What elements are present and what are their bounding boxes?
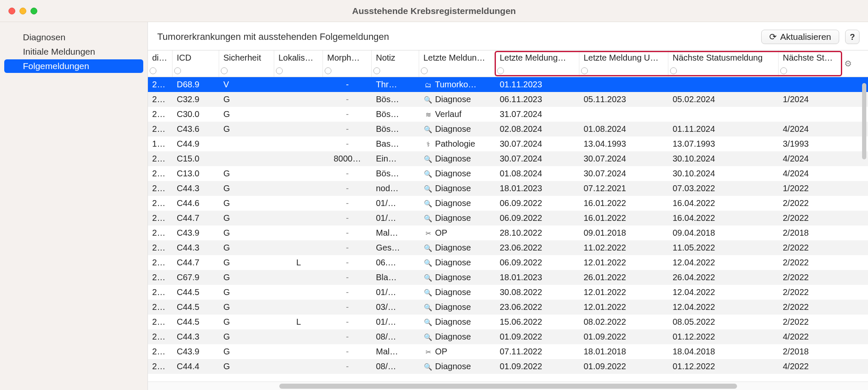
cell-icd: C13.0 — [172, 169, 219, 178]
sidebar-item-0[interactable]: Diagnosen — [4, 31, 143, 44]
cell-sich: G — [219, 184, 274, 193]
cell-nsm: 11.05.2022 — [668, 243, 779, 253]
column-filter-icon[interactable] — [150, 67, 156, 74]
table-row[interactable]: 20…C44.5G-01/…🔍 Diagnose30.08.202212.01.… — [148, 285, 868, 300]
table-row[interactable]: 20…C44.5GL-01/…🔍 Diagnose15.06.202208.02… — [148, 315, 868, 329]
cell-letz: 🔍 Diagnose — [419, 258, 495, 267]
cell-icd: C44.3 — [172, 184, 219, 193]
cell-notiz: nod… — [372, 184, 419, 193]
cell-morph: - — [323, 347, 372, 357]
column-header-lmu[interactable]: Letzte Meldung U… — [579, 50, 668, 77]
cell-icd: C44.7 — [172, 258, 219, 267]
minimize-window-button[interactable] — [19, 8, 26, 14]
vertical-scrollbar-thumb[interactable] — [862, 83, 866, 159]
table-row[interactable]: 20…C44.6G-01/…🔍 Diagnose06.09.202216.01.… — [148, 196, 868, 211]
close-window-button[interactable] — [8, 8, 15, 14]
cell-dia: 20… — [148, 302, 172, 312]
cell-icd: C67.9 — [172, 273, 219, 282]
column-header-dia[interactable]: dia… — [148, 50, 172, 77]
column-header-notiz[interactable]: Notiz — [372, 50, 419, 77]
table-row[interactable]: 20…C43.9G-Mal…✂ OP28.10.202209.01.201809… — [148, 226, 868, 240]
column-filter-icon[interactable] — [373, 67, 380, 74]
cell-icd: C44.3 — [172, 332, 219, 342]
column-header-nst[interactable]: Nächste St… — [779, 50, 841, 77]
cell-letz: 🔍 Diagnose — [419, 184, 495, 193]
table-row[interactable]: 20…C44.5G-03/…🔍 Diagnose23.06.202212.01.… — [148, 300, 868, 315]
column-filter-icon[interactable] — [325, 67, 331, 74]
table-row[interactable]: 20…C43.9G-Mal…✂ OP07.11.202218.01.201818… — [148, 344, 868, 359]
column-filter-icon[interactable] — [276, 67, 283, 74]
table-row[interactable]: 20…C30.0G-Bös…≋ Verlauf31.07.2024 — [148, 107, 868, 122]
table-row[interactable]: 20…C44.4G-08/…🔍 Diagnose01.09.202201.09.… — [148, 359, 868, 374]
table-row[interactable]: 20…D68.9V-Thr…🗂 Tumorko…01.11.2023 — [148, 77, 868, 92]
table-row[interactable]: 20…C44.7G-01/…🔍 Diagnose06.09.202216.01.… — [148, 211, 868, 226]
column-filter-icon[interactable] — [174, 67, 181, 74]
cell-lmu: 12.01.2022 — [579, 258, 668, 267]
cell-icd: C44.5 — [172, 317, 219, 327]
cell-sich: G — [219, 243, 274, 253]
horizontal-scrollbar-thumb[interactable] — [279, 384, 737, 389]
column-filter-icon[interactable] — [497, 67, 504, 74]
cell-sich: G — [219, 124, 274, 134]
column-header-lokal[interactable]: Lokalis… — [274, 50, 323, 77]
columns-settings-icon[interactable]: ⚙ — [841, 50, 855, 77]
zoom-window-button[interactable] — [31, 8, 37, 14]
cell-notiz: Bös… — [372, 109, 419, 119]
meldung-type-icon: 🔍 — [423, 185, 433, 193]
help-button[interactable]: ? — [845, 30, 860, 44]
cell-dia: 20… — [148, 347, 172, 357]
column-header-icd[interactable]: ICD — [172, 50, 219, 77]
cell-morph: - — [323, 95, 372, 104]
cell-lmu: 18.01.2018 — [579, 347, 668, 357]
cell-notiz: 01/… — [372, 287, 419, 297]
column-filter-icon[interactable] — [221, 67, 228, 74]
cell-dia: 20… — [148, 80, 172, 89]
table-row[interactable]: 20…C44.7GL-06.…🔍 Diagnose06.09.202212.01… — [148, 255, 868, 270]
column-header-label: Nächste St… — [783, 53, 837, 63]
cell-nst: 4/2022 — [779, 362, 841, 371]
column-header-nsm[interactable]: Nächste Statusmeldung — [668, 50, 779, 77]
cell-sich: G — [219, 169, 274, 178]
cell-lmd: 01.11.2023 — [495, 80, 579, 89]
column-header-letz[interactable]: Letzte Meldun… — [419, 50, 495, 77]
table-row[interactable]: 19…C44.9-Bas…⚕ Pathologie30.07.202413.04… — [148, 136, 868, 151]
column-header-morph[interactable]: Morph… — [323, 50, 372, 77]
column-filter-icon[interactable] — [670, 67, 677, 74]
cell-letz: 🔍 Diagnose — [419, 332, 495, 342]
sidebar-item-1[interactable]: Initiale Meldungen — [4, 45, 143, 58]
column-filter-icon[interactable] — [581, 67, 588, 74]
cell-sich: G — [219, 228, 274, 238]
cell-lmd: 30.07.2024 — [495, 154, 579, 164]
table-row[interactable]: 20…C44.3G-08/…🔍 Diagnose01.09.202201.09.… — [148, 329, 868, 344]
cell-morph: - — [323, 287, 372, 297]
table-row[interactable]: 20…C32.9G-Bös…🔍 Diagnose06.11.202305.11.… — [148, 92, 868, 107]
cell-nsm: 30.10.2024 — [668, 154, 779, 164]
table-row[interactable]: 20…C44.3G-nod…🔍 Diagnose18.01.202307.12.… — [148, 181, 868, 196]
cell-notiz: 08/… — [372, 362, 419, 371]
table-row[interactable]: 20…C43.6G-Bös…🔍 Diagnose02.08.202401.08.… — [148, 122, 868, 136]
refresh-button[interactable]: ⟳ Aktualisieren — [761, 30, 839, 44]
table-row[interactable]: 20…C13.0G-Bös…🔍 Diagnose01.08.202430.07.… — [148, 166, 868, 181]
sidebar-item-2[interactable]: Folgemeldungen — [4, 59, 143, 73]
meldung-type-icon: 🔍 — [423, 214, 433, 223]
cell-letz: ✂ OP — [419, 347, 495, 357]
cell-lmu: 01.09.2022 — [579, 362, 668, 371]
column-header-sich[interactable]: Sicherheit — [219, 50, 274, 77]
cell-letz: 🔍 Diagnose — [419, 95, 495, 104]
column-filter-icon[interactable] — [780, 67, 787, 74]
column-header-lmd[interactable]: Letzte Meldung… — [495, 50, 579, 77]
cell-lokal: L — [274, 317, 323, 327]
cell-icd: C44.5 — [172, 287, 219, 297]
table-row[interactable]: 20…C44.3G-Ges…🔍 Diagnose23.06.202211.02.… — [148, 240, 868, 255]
cell-nsm: 07.03.2022 — [668, 184, 779, 193]
table-row[interactable]: 20…C15.08000…Ein…🔍 Diagnose30.07.202430.… — [148, 151, 868, 166]
table-row[interactable]: 20…C67.9G-Bla…🔍 Diagnose18.01.202326.01.… — [148, 270, 868, 285]
cell-icd: C32.9 — [172, 95, 219, 104]
cell-dia: 20… — [148, 95, 172, 104]
window-title: Ausstehende Krebsregistermeldungen — [352, 6, 516, 16]
column-filter-icon[interactable] — [421, 67, 428, 74]
cell-lmd: 06.09.2022 — [495, 258, 579, 267]
horizontal-scrollbar[interactable] — [148, 382, 868, 390]
cell-nsm: 01.12.2022 — [668, 332, 779, 342]
vertical-scrollbar[interactable] — [862, 83, 866, 380]
